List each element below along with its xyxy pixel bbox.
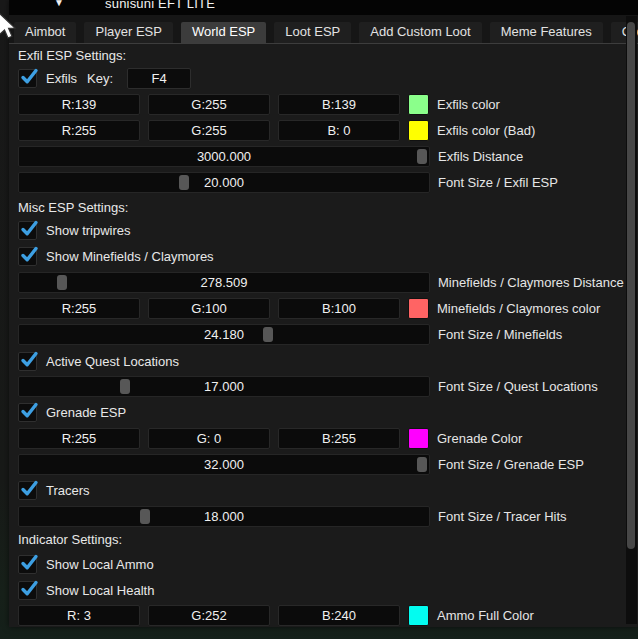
check-icon	[19, 218, 40, 239]
exfils-distance-slider[interactable]: 3000.000	[18, 146, 430, 167]
check-icon	[19, 478, 40, 499]
show-tripwires-checkbox[interactable]	[18, 221, 37, 240]
quest-font-slider[interactable]: 17.000	[18, 376, 430, 397]
show-minefields-label: Show Minefields / Claymores	[46, 249, 214, 264]
tab-loot-esp[interactable]: Loot ESP	[274, 22, 351, 43]
minefields-distance-row: 278.509 Minefields / Claymores Distance	[18, 272, 638, 293]
tab-add-custom-loot[interactable]: Add Custom Loot	[359, 22, 481, 43]
ammo-color-b-field[interactable]: B:240	[278, 605, 400, 626]
ammo-color-g-field[interactable]: G:252	[148, 605, 270, 626]
local-ammo-row: Show Local Ammo	[18, 555, 638, 574]
grenade-color-r-field[interactable]: R:255	[18, 428, 140, 449]
tab-content: Exfil ESP Settings: Exfils Key: F4 R:139…	[9, 44, 638, 626]
tracer-font-slider[interactable]: 18.000	[18, 506, 430, 527]
exfils-color-g-field[interactable]: G:255	[148, 94, 270, 115]
exfils-color-swatch[interactable]	[408, 94, 429, 115]
exfils-color-bad-b-field[interactable]: B: 0	[278, 120, 400, 141]
window-title: sunisuni EFT LITE	[105, 0, 215, 11]
indicator-section-header: Indicator Settings:	[18, 532, 638, 548]
exfils-key-row: Exfils Key: F4	[18, 68, 638, 88]
minefields-distance-slider[interactable]: 278.509	[18, 272, 430, 293]
exfils-color-b-field[interactable]: B:139	[278, 94, 400, 115]
grenade-color-label: Grenade Color	[437, 431, 522, 446]
vertical-scrollbar[interactable]	[626, 16, 637, 624]
grenade-color-b-field[interactable]: B:255	[278, 428, 400, 449]
minefields-distance-value: 278.509	[19, 273, 429, 292]
exfils-color-bad-label: Exfils color (Bad)	[437, 123, 535, 138]
tripwires-row: Show tripwires	[18, 221, 638, 240]
grenade-color-swatch[interactable]	[408, 428, 429, 449]
grenade-font-label: Font Size / Grenade ESP	[438, 457, 584, 472]
tab-bar: Aimbot Player ESP World ESP Loot ESP Add…	[9, 15, 638, 44]
minefields-color-b-field[interactable]: B:100	[278, 298, 400, 319]
tab-world-esp[interactable]: World ESP	[181, 22, 266, 43]
minefields-color-r-field[interactable]: R:255	[18, 298, 140, 319]
ammo-color-swatch[interactable]	[408, 605, 429, 626]
show-tripwires-label: Show tripwires	[46, 223, 131, 238]
minefields-color-row: R:255 G:100 B:100 Minefields / Claymores…	[18, 298, 638, 319]
tracer-font-value: 18.000	[19, 507, 429, 526]
tab-aimbot[interactable]: Aimbot	[14, 22, 76, 43]
grenade-font-row: 32.000 Font Size / Grenade ESP	[18, 454, 638, 475]
grenade-esp-checkbox[interactable]	[18, 403, 37, 422]
minefields-color-g-field[interactable]: G:100	[148, 298, 270, 319]
tracers-checkbox[interactable]	[18, 481, 37, 500]
quest-locations-row: Active Quest Locations	[18, 352, 638, 371]
exfils-color-bad-r-field[interactable]: R:255	[18, 120, 140, 141]
minefields-color-swatch[interactable]	[408, 298, 429, 319]
exfils-color-bad-g-field[interactable]: G:255	[148, 120, 270, 141]
exfils-distance-label: Exfils Distance	[438, 149, 523, 164]
exfils-color-label: Exfils color	[437, 97, 500, 112]
grenade-font-value: 32.000	[19, 455, 429, 474]
check-icon	[19, 349, 40, 370]
minefields-font-row: 24.180 Font Size / Minefields	[18, 324, 638, 345]
exfils-color-r-field[interactable]: R:139	[18, 94, 140, 115]
tab-player-esp[interactable]: Player ESP	[84, 22, 172, 43]
show-minefields-checkbox[interactable]	[18, 247, 37, 266]
exfils-checkbox[interactable]	[18, 69, 37, 88]
check-icon	[19, 244, 40, 265]
exfils-checkbox-label: Exfils	[46, 71, 77, 86]
show-local-health-label: Show Local Health	[46, 583, 154, 598]
minefields-font-value: 24.180	[19, 325, 429, 344]
ammo-color-r-field[interactable]: R: 3	[18, 605, 140, 626]
exfil-font-size-row: 20.000 Font Size / Exfil ESP	[18, 172, 638, 193]
exfils-keybind-button[interactable]: F4	[127, 68, 191, 89]
quest-font-label: Font Size / Quest Locations	[438, 379, 598, 394]
check-icon	[19, 578, 40, 599]
exfil-section-header: Exfil ESP Settings:	[18, 48, 638, 64]
grenade-font-slider[interactable]: 32.000	[18, 454, 430, 475]
active-quest-locations-checkbox[interactable]	[18, 352, 37, 371]
grenade-esp-label: Grenade ESP	[46, 405, 126, 420]
exfil-font-size-slider[interactable]: 20.000	[18, 172, 430, 193]
show-local-health-checkbox[interactable]	[18, 581, 37, 600]
show-local-ammo-checkbox[interactable]	[18, 555, 37, 574]
minefields-font-label: Font Size / Minefields	[438, 327, 562, 342]
quest-font-row: 17.000 Font Size / Quest Locations	[18, 376, 638, 397]
exfils-color-row: R:139 G:255 B:139 Exfils color	[18, 94, 638, 115]
grenade-color-g-field[interactable]: G: 0	[148, 428, 270, 449]
grenade-esp-row: Grenade ESP	[18, 403, 638, 422]
scrollbar-grab[interactable]	[627, 22, 635, 549]
tracer-font-row: 18.000 Font Size / Tracer Hits	[18, 506, 638, 527]
local-health-row: Show Local Health	[18, 581, 638, 600]
cheat-menu-window: ▼ sunisuni EFT LITE Aimbot Player ESP Wo…	[9, 0, 638, 627]
ammo-full-color-label: Ammo Full Color	[437, 608, 534, 623]
quest-font-value: 17.000	[19, 377, 429, 396]
ammo-full-color-row: R: 3 G:252 B:240 Ammo Full Color	[18, 605, 638, 626]
exfils-color-bad-swatch[interactable]	[408, 120, 429, 141]
grenade-color-row: R:255 G: 0 B:255 Grenade Color	[18, 428, 638, 449]
collapse-arrow-icon[interactable]: ▼	[54, 0, 64, 8]
tab-meme-features[interactable]: Meme Features	[490, 22, 603, 43]
minefields-color-label: Minefields / Claymores color	[437, 301, 600, 316]
tracers-row: Tracers	[18, 481, 638, 500]
check-icon	[19, 66, 40, 87]
exfils-key-label: Key:	[87, 71, 113, 86]
minefields-font-slider[interactable]: 24.180	[18, 324, 430, 345]
exfils-distance-value: 3000.000	[19, 147, 429, 166]
window-titlebar[interactable]: ▼ sunisuni EFT LITE	[9, 0, 638, 15]
minefields-distance-label: Minefields / Claymores Distance	[438, 275, 624, 290]
exfils-color-bad-row: R:255 G:255 B: 0 Exfils color (Bad)	[18, 120, 638, 141]
check-icon	[19, 552, 40, 573]
minefields-row: Show Minefields / Claymores	[18, 247, 638, 266]
